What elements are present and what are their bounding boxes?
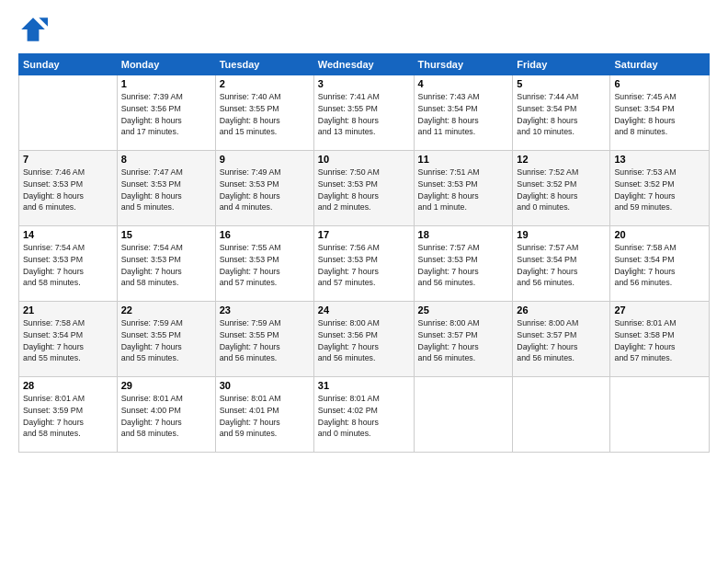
day-number: 19 bbox=[517, 229, 606, 240]
calendar-table: SundayMondayTuesdayWednesdayThursdayFrid… bbox=[18, 53, 710, 453]
day-info: Sunrise: 7:59 AMSunset: 3:55 PMDaylight:… bbox=[121, 317, 211, 364]
day-number: 30 bbox=[220, 380, 310, 391]
calendar-cell: 23Sunrise: 7:59 AMSunset: 3:55 PMDayligh… bbox=[215, 302, 313, 377]
column-header-tuesday: Tuesday bbox=[215, 54, 313, 75]
column-header-sunday: Sunday bbox=[19, 54, 118, 75]
day-info: Sunrise: 7:43 AMSunset: 3:54 PMDaylight:… bbox=[418, 91, 509, 138]
calendar-cell: 22Sunrise: 7:59 AMSunset: 3:55 PMDayligh… bbox=[117, 302, 215, 377]
day-number: 1 bbox=[121, 78, 211, 89]
calendar-cell: 6Sunrise: 7:45 AMSunset: 3:54 PMDaylight… bbox=[610, 75, 710, 151]
day-info: Sunrise: 7:47 AMSunset: 3:53 PMDaylight:… bbox=[121, 167, 211, 213]
calendar-cell: 18Sunrise: 7:57 AMSunset: 3:53 PMDayligh… bbox=[414, 226, 513, 302]
calendar-cell bbox=[610, 377, 710, 453]
day-info: Sunrise: 7:56 AMSunset: 3:53 PMDaylight:… bbox=[318, 242, 410, 289]
logo bbox=[18, 15, 51, 44]
column-header-saturday: Saturday bbox=[610, 54, 710, 75]
day-number: 3 bbox=[318, 78, 410, 89]
calendar-cell: 15Sunrise: 7:54 AMSunset: 3:53 PMDayligh… bbox=[117, 226, 215, 302]
day-number: 11 bbox=[418, 154, 509, 165]
calendar-cell: 13Sunrise: 7:53 AMSunset: 3:52 PMDayligh… bbox=[610, 151, 710, 226]
calendar-cell: 5Sunrise: 7:44 AMSunset: 3:54 PMDaylight… bbox=[513, 75, 610, 151]
calendar-cell: 2Sunrise: 7:40 AMSunset: 3:55 PMDaylight… bbox=[215, 75, 313, 151]
calendar-cell: 24Sunrise: 8:00 AMSunset: 3:56 PMDayligh… bbox=[313, 302, 414, 377]
calendar-cell: 21Sunrise: 7:58 AMSunset: 3:54 PMDayligh… bbox=[19, 302, 118, 377]
calendar-cell: 26Sunrise: 8:00 AMSunset: 3:57 PMDayligh… bbox=[513, 302, 610, 377]
day-number: 7 bbox=[23, 154, 113, 165]
day-info: Sunrise: 7:49 AMSunset: 3:53 PMDaylight:… bbox=[220, 167, 310, 213]
day-info: Sunrise: 7:51 AMSunset: 3:53 PMDaylight:… bbox=[418, 167, 509, 213]
week-row-2: 7Sunrise: 7:46 AMSunset: 3:53 PMDaylight… bbox=[19, 151, 710, 226]
day-info: Sunrise: 7:39 AMSunset: 3:56 PMDaylight:… bbox=[121, 91, 211, 138]
day-info: Sunrise: 7:40 AMSunset: 3:55 PMDaylight:… bbox=[220, 91, 310, 138]
week-row-1: 1Sunrise: 7:39 AMSunset: 3:56 PMDaylight… bbox=[19, 75, 710, 151]
week-row-3: 14Sunrise: 7:54 AMSunset: 3:53 PMDayligh… bbox=[19, 226, 710, 302]
day-number: 5 bbox=[517, 78, 606, 89]
calendar-cell bbox=[513, 377, 610, 453]
day-info: Sunrise: 7:52 AMSunset: 3:52 PMDaylight:… bbox=[517, 167, 606, 213]
day-info: Sunrise: 7:57 AMSunset: 3:54 PMDaylight:… bbox=[517, 242, 606, 289]
calendar-cell: 11Sunrise: 7:51 AMSunset: 3:53 PMDayligh… bbox=[414, 151, 513, 226]
day-info: Sunrise: 8:01 AMSunset: 4:00 PMDaylight:… bbox=[121, 393, 211, 440]
day-info: Sunrise: 8:01 AMSunset: 3:59 PMDaylight:… bbox=[23, 393, 113, 440]
calendar-cell: 3Sunrise: 7:41 AMSunset: 3:55 PMDaylight… bbox=[313, 75, 414, 151]
day-number: 2 bbox=[220, 78, 310, 89]
calendar-cell: 10Sunrise: 7:50 AMSunset: 3:53 PMDayligh… bbox=[313, 151, 414, 226]
day-number: 4 bbox=[418, 78, 509, 89]
day-number: 15 bbox=[121, 229, 211, 240]
day-info: Sunrise: 8:00 AMSunset: 3:57 PMDaylight:… bbox=[517, 317, 606, 364]
day-number: 8 bbox=[121, 154, 211, 165]
column-header-monday: Monday bbox=[117, 54, 215, 75]
day-number: 22 bbox=[121, 304, 211, 316]
day-number: 10 bbox=[318, 154, 410, 165]
day-info: Sunrise: 7:58 AMSunset: 3:54 PMDaylight:… bbox=[23, 317, 113, 364]
calendar-cell: 7Sunrise: 7:46 AMSunset: 3:53 PMDaylight… bbox=[19, 151, 118, 226]
calendar-cell: 30Sunrise: 8:01 AMSunset: 4:01 PMDayligh… bbox=[215, 377, 313, 453]
day-info: Sunrise: 7:53 AMSunset: 3:52 PMDaylight:… bbox=[614, 167, 705, 213]
day-number: 16 bbox=[220, 229, 310, 240]
day-number: 25 bbox=[418, 304, 509, 316]
day-info: Sunrise: 7:45 AMSunset: 3:54 PMDaylight:… bbox=[614, 91, 705, 138]
day-number: 31 bbox=[318, 380, 410, 391]
calendar-cell: 29Sunrise: 8:01 AMSunset: 4:00 PMDayligh… bbox=[117, 377, 215, 453]
calendar-cell: 25Sunrise: 8:00 AMSunset: 3:57 PMDayligh… bbox=[414, 302, 513, 377]
calendar-cell: 17Sunrise: 7:56 AMSunset: 3:53 PMDayligh… bbox=[313, 226, 414, 302]
calendar-cell bbox=[414, 377, 513, 453]
day-info: Sunrise: 8:00 AMSunset: 3:56 PMDaylight:… bbox=[318, 317, 410, 364]
day-number: 14 bbox=[23, 229, 113, 240]
day-number: 17 bbox=[318, 229, 410, 240]
day-info: Sunrise: 7:54 AMSunset: 3:53 PMDaylight:… bbox=[23, 242, 113, 289]
svg-marker-0 bbox=[21, 17, 45, 41]
page: SundayMondayTuesdayWednesdayThursdayFrid… bbox=[0, 0, 728, 563]
day-info: Sunrise: 7:46 AMSunset: 3:53 PMDaylight:… bbox=[23, 167, 113, 213]
day-info: Sunrise: 8:01 AMSunset: 3:58 PMDaylight:… bbox=[614, 317, 705, 364]
day-info: Sunrise: 8:00 AMSunset: 3:57 PMDaylight:… bbox=[418, 317, 509, 364]
calendar-cell: 14Sunrise: 7:54 AMSunset: 3:53 PMDayligh… bbox=[19, 226, 118, 302]
calendar-cell: 4Sunrise: 7:43 AMSunset: 3:54 PMDaylight… bbox=[414, 75, 513, 151]
logo-icon bbox=[18, 15, 48, 44]
day-number: 9 bbox=[220, 154, 310, 165]
calendar-cell: 1Sunrise: 7:39 AMSunset: 3:56 PMDaylight… bbox=[117, 75, 215, 151]
header-row: SundayMondayTuesdayWednesdayThursdayFrid… bbox=[19, 54, 710, 75]
day-info: Sunrise: 7:54 AMSunset: 3:53 PMDaylight:… bbox=[121, 242, 211, 289]
week-row-4: 21Sunrise: 7:58 AMSunset: 3:54 PMDayligh… bbox=[19, 302, 710, 377]
day-number: 29 bbox=[121, 380, 211, 391]
calendar-cell: 16Sunrise: 7:55 AMSunset: 3:53 PMDayligh… bbox=[215, 226, 313, 302]
day-info: Sunrise: 7:44 AMSunset: 3:54 PMDaylight:… bbox=[517, 91, 606, 138]
column-header-thursday: Thursday bbox=[414, 54, 513, 75]
calendar-cell: 8Sunrise: 7:47 AMSunset: 3:53 PMDaylight… bbox=[117, 151, 215, 226]
header bbox=[18, 15, 710, 44]
column-header-friday: Friday bbox=[513, 54, 610, 75]
day-info: Sunrise: 7:58 AMSunset: 3:54 PMDaylight:… bbox=[614, 242, 705, 289]
day-number: 24 bbox=[318, 304, 410, 316]
week-row-5: 28Sunrise: 8:01 AMSunset: 3:59 PMDayligh… bbox=[19, 377, 710, 453]
day-info: Sunrise: 7:41 AMSunset: 3:55 PMDaylight:… bbox=[318, 91, 410, 138]
calendar-cell bbox=[19, 75, 118, 151]
day-number: 26 bbox=[517, 304, 606, 316]
day-number: 20 bbox=[614, 229, 705, 240]
calendar-cell: 27Sunrise: 8:01 AMSunset: 3:58 PMDayligh… bbox=[610, 302, 710, 377]
day-info: Sunrise: 8:01 AMSunset: 4:02 PMDaylight:… bbox=[318, 393, 410, 440]
day-number: 27 bbox=[614, 304, 705, 316]
calendar-cell: 20Sunrise: 7:58 AMSunset: 3:54 PMDayligh… bbox=[610, 226, 710, 302]
day-number: 6 bbox=[614, 78, 705, 89]
day-number: 13 bbox=[614, 154, 705, 165]
